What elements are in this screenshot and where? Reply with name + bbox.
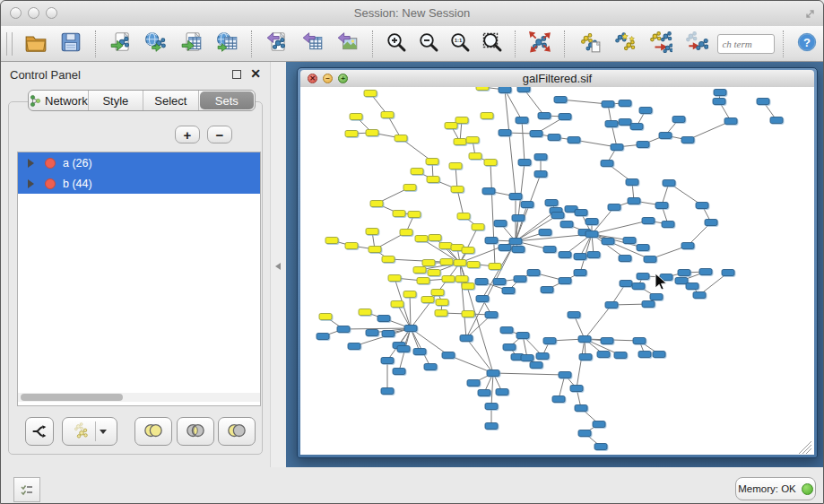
graph-node-blue[interactable] (476, 296, 489, 302)
graph-node-blue[interactable] (605, 121, 618, 127)
graph-node-yellow[interactable] (476, 87, 489, 91)
graph-node-blue[interactable] (630, 124, 643, 130)
graph-node-blue[interactable] (493, 279, 506, 285)
graph-node-yellow[interactable] (408, 212, 421, 218)
graph-node-blue[interactable] (681, 137, 694, 143)
graph-node-blue[interactable] (602, 101, 614, 108)
graph-node-yellow[interactable] (369, 247, 381, 253)
graph-node-blue[interactable] (413, 349, 426, 355)
graph-node-blue[interactable] (650, 294, 663, 300)
zoom-out-button[interactable] (412, 28, 445, 60)
graph-node-blue[interactable] (626, 179, 638, 186)
graph-node-blue[interactable] (637, 245, 649, 251)
graph-node-blue[interactable] (639, 108, 652, 114)
graph-node-blue[interactable] (574, 254, 586, 260)
graph-node-blue[interactable] (642, 218, 655, 224)
graph-node-blue[interactable] (382, 331, 395, 337)
graph-node-blue[interactable] (467, 380, 480, 387)
graph-node-blue[interactable] (655, 203, 668, 209)
import-network-file-button[interactable] (103, 28, 139, 60)
graph-node-yellow[interactable] (484, 160, 497, 166)
graph-node-blue[interactable] (611, 144, 623, 151)
copy-to-network-button[interactable] (643, 28, 679, 60)
graph-node-blue[interactable] (543, 338, 556, 344)
graph-node-blue[interactable] (404, 326, 417, 332)
graph-edge[interactable] (559, 375, 565, 399)
graph-node-blue[interactable] (496, 389, 508, 395)
tab-sets[interactable]: Sets (200, 91, 254, 109)
graph-node-yellow[interactable] (393, 211, 405, 217)
save-session-button[interactable] (54, 28, 90, 60)
graph-node-blue[interactable] (514, 276, 526, 282)
graph-node-blue[interactable] (485, 423, 498, 430)
graph-node-blue[interactable] (675, 278, 688, 284)
frame-resize-grip[interactable] (799, 441, 811, 454)
graph-node-yellow[interactable] (422, 260, 435, 266)
graph-node-blue[interactable] (614, 352, 627, 359)
create-set-from-selection-button[interactable] (25, 417, 54, 446)
graph-node-blue[interactable] (552, 396, 565, 403)
graph-node-blue[interactable] (628, 198, 640, 204)
graph-node-blue[interactable] (500, 327, 513, 334)
memory-status-button[interactable]: Memory: OK (735, 477, 816, 500)
graph-node-blue[interactable] (348, 343, 360, 350)
graph-node-blue[interactable] (543, 247, 556, 253)
graph-node-blue[interactable] (620, 281, 632, 287)
graph-node-yellow[interactable] (370, 201, 383, 207)
graph-node-yellow[interactable] (417, 278, 429, 284)
graph-node-yellow[interactable] (426, 159, 438, 165)
graph-node-yellow[interactable] (429, 235, 441, 241)
graph-node-blue[interactable] (509, 194, 522, 200)
graph-node-blue[interactable] (377, 316, 390, 322)
set-union-button[interactable] (134, 417, 172, 446)
expander-icon[interactable] (28, 159, 34, 168)
graph-node-yellow[interactable] (427, 177, 439, 183)
graph-node-blue[interactable] (653, 352, 665, 358)
apply-preferred-layout-button[interactable] (523, 28, 559, 60)
graph-node-yellow[interactable] (472, 224, 484, 230)
graph-node-yellow[interactable] (403, 185, 416, 191)
import-network-url-button[interactable] (139, 28, 175, 60)
graph-node-blue[interactable] (521, 355, 533, 361)
graph-node-blue[interactable] (593, 421, 605, 428)
graph-node-blue[interactable] (485, 312, 498, 318)
toolbar-drag-handle[interactable] (6, 32, 13, 56)
graph-node-blue[interactable] (516, 117, 528, 124)
graph-node-yellow[interactable] (350, 114, 362, 120)
tab-style[interactable]: Style (89, 91, 143, 110)
graph-node-blue[interactable] (521, 202, 533, 208)
graph-edge[interactable] (457, 189, 464, 216)
graph-node-blue[interactable] (381, 358, 394, 364)
network-frame[interactable]: ✕ − + galFiltered.sif (297, 67, 818, 458)
fullscreen-icon[interactable] (804, 7, 816, 23)
graph-node-blue[interactable] (678, 270, 690, 276)
graph-node-blue[interactable] (512, 247, 525, 253)
tab-select[interactable]: Select (143, 91, 198, 110)
graph-node-yellow[interactable] (345, 131, 358, 137)
graph-node-yellow[interactable] (439, 243, 452, 249)
graph-edge[interactable] (522, 120, 525, 162)
zoom-fit-selected-button[interactable] (476, 28, 508, 60)
import-table-file-button[interactable] (174, 28, 210, 60)
graph-node-yellow[interactable] (431, 290, 444, 296)
graph-node-blue[interactable] (605, 302, 618, 308)
graph-node-blue[interactable] (393, 369, 405, 375)
graph-node-blue[interactable] (663, 180, 675, 187)
graph-node-blue[interactable] (475, 279, 488, 285)
graph-node-blue[interactable] (554, 97, 567, 103)
graph-node-yellow[interactable] (445, 123, 457, 129)
graph-node-yellow[interactable] (400, 230, 412, 236)
graph-node-blue[interactable] (578, 336, 591, 343)
graph-node-blue[interactable] (517, 87, 530, 92)
graph-node-blue[interactable] (570, 386, 583, 392)
graph-edge[interactable] (574, 315, 585, 339)
graph-node-yellow[interactable] (366, 130, 378, 136)
graph-node-yellow[interactable] (391, 301, 403, 308)
graph-node-blue[interactable] (602, 239, 614, 245)
graph-node-blue[interactable] (637, 274, 649, 280)
graph-node-blue[interactable] (757, 99, 769, 105)
graph-node-yellow[interactable] (449, 163, 462, 169)
graph-node-blue[interactable] (442, 352, 455, 359)
graph-node-blue[interactable] (574, 270, 586, 276)
tab-network[interactable]: Network (29, 91, 89, 110)
